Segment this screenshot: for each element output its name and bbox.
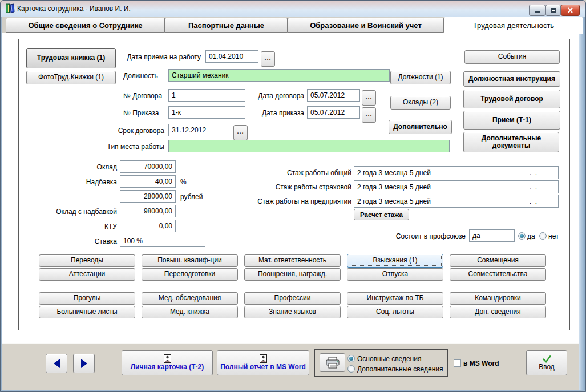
allowance-percent-input[interactable] xyxy=(120,175,176,188)
action-button-absences[interactable]: Прогулы xyxy=(39,292,135,305)
salary-input[interactable] xyxy=(120,160,176,173)
hiring-t1-button[interactable]: Прием (Т-1) xyxy=(463,111,560,130)
group-connector-line xyxy=(447,363,454,363)
photo-work-book-button[interactable]: ФотоТруд.Книжки (1) xyxy=(26,71,116,84)
experience-company-input[interactable] xyxy=(354,195,508,208)
experience-insurance-date-input[interactable] xyxy=(508,180,559,193)
action-button-business-trips[interactable]: Командировки xyxy=(450,292,546,305)
union-input[interactable] xyxy=(469,229,515,242)
contract-no-input[interactable] xyxy=(168,89,245,102)
window-title: Карточка сотрудника - Иванов И. И. xyxy=(17,5,131,13)
full-report-word-label: Полный отчет в MS Word xyxy=(220,363,306,371)
next-record-button[interactable] xyxy=(73,354,95,373)
action-button-sick-leaves[interactable]: Больничные листы xyxy=(39,306,135,318)
union-yes-radio[interactable] xyxy=(518,232,526,240)
salaries-list-button[interactable]: Оклады (2) xyxy=(390,96,451,110)
window-frame-bottom xyxy=(0,390,586,392)
contract-term-label: Срок договора xyxy=(103,127,164,135)
print-additional-radio[interactable] xyxy=(347,365,355,373)
experience-total-label: Стаж работы общий xyxy=(245,169,351,177)
allowance-rub-input[interactable] xyxy=(120,190,176,203)
order-no-label: № Приказа xyxy=(123,109,159,117)
action-button-transfers[interactable]: Переводы xyxy=(39,254,135,267)
union-yes-label: да xyxy=(527,232,535,240)
union-label: Состоит в профсоюзе xyxy=(371,232,466,240)
position-input[interactable] xyxy=(168,69,390,82)
experience-total-date-input[interactable] xyxy=(508,166,559,179)
additional-documents-button[interactable]: Дополнительные документы xyxy=(463,132,559,152)
personal-card-t2-button[interactable]: Личная карточка (Т-2) xyxy=(122,350,213,375)
allowance-rub-unit: рублей xyxy=(180,193,203,201)
workplace-type-input[interactable] xyxy=(168,140,450,152)
order-no-input[interactable] xyxy=(168,106,245,119)
action-button-rewards[interactable]: Поощрения, награжд. xyxy=(244,268,341,281)
minimize-icon xyxy=(535,11,540,13)
union-no-radio[interactable] xyxy=(539,232,547,240)
print-main-radio[interactable] xyxy=(347,355,355,362)
salary-with-allowance-label: Оклад с надбавкой xyxy=(34,208,117,216)
checkmark-icon xyxy=(542,355,552,363)
experience-insurance-label: Стаж работы страховой xyxy=(245,183,351,191)
action-button-moonlighting[interactable]: Совместительства xyxy=(450,268,546,281)
order-date-label: Дата приказа xyxy=(251,109,304,117)
action-button-combinations[interactable]: Совмещения xyxy=(450,254,546,267)
prev-record-button[interactable] xyxy=(46,354,67,373)
enter-button[interactable]: Ввод xyxy=(526,350,567,375)
printer-icon xyxy=(325,357,340,369)
hire-date-input[interactable] xyxy=(205,50,258,63)
action-button-safety-training[interactable]: Инструктаж по ТБ xyxy=(347,292,443,305)
maximize-button[interactable] xyxy=(545,5,561,16)
action-button-penalties[interactable]: Взыскания (1) xyxy=(347,254,443,268)
salary-with-allowance-input[interactable] xyxy=(120,205,176,217)
print-main-label: Основные сведения xyxy=(357,355,421,363)
salary-label: Оклад xyxy=(34,163,117,171)
events-button[interactable]: События xyxy=(464,50,560,64)
contract-date-input[interactable] xyxy=(307,89,360,102)
tab-passport-data[interactable]: Паспортные данные xyxy=(165,18,288,33)
positions-list-button[interactable]: Должности (1) xyxy=(390,71,451,84)
tab-work-activity[interactable]: Трудовая деятельность xyxy=(444,17,583,34)
close-icon xyxy=(567,7,573,13)
experience-total-input[interactable] xyxy=(354,166,508,179)
experience-insurance-input[interactable] xyxy=(354,180,508,193)
contract-no-label: № Договора xyxy=(123,92,162,100)
action-button-professions[interactable]: Профессии xyxy=(244,292,341,305)
action-button-qualification[interactable]: Повыш. квалиф-ции xyxy=(142,254,238,267)
maximize-icon xyxy=(551,8,556,13)
action-button-retraining[interactable]: Переподготовки xyxy=(142,268,238,281)
job-description-button[interactable]: Должностная инструкция xyxy=(463,71,560,87)
hire-date-picker-button[interactable]: ... xyxy=(261,51,275,67)
contract-term-input[interactable] xyxy=(168,124,231,136)
tab-education-military[interactable]: Образование и Воинский учет xyxy=(288,18,444,33)
tab-general-info[interactable]: Общие сведения о Сотруднике xyxy=(6,18,165,33)
rate-input[interactable] xyxy=(120,235,205,247)
contract-date-label: Дата договора xyxy=(251,92,304,100)
action-button-med-book[interactable]: Мед. книжка xyxy=(142,306,238,318)
allowance-percent-unit: % xyxy=(180,178,187,186)
action-button-attestations[interactable]: Аттестации xyxy=(39,268,135,281)
action-button-vacations[interactable]: Отпуска xyxy=(347,268,443,281)
action-button-social-benefits[interactable]: Соц. льготы xyxy=(347,306,443,318)
action-button-languages[interactable]: Знание языков xyxy=(244,306,341,318)
full-report-word-button[interactable]: Полный отчет в MS Word xyxy=(217,350,309,375)
order-date-picker-button[interactable]: ... xyxy=(362,107,376,123)
word-checkbox[interactable] xyxy=(454,359,461,367)
ktu-input[interactable] xyxy=(120,220,176,232)
action-button-med-exams[interactable]: Мед. обследования xyxy=(142,292,238,305)
word-checkbox-label: в MS Word xyxy=(463,359,499,367)
allowance-label: Надбавка xyxy=(34,178,117,186)
contract-term-picker-button[interactable]: ... xyxy=(233,125,248,140)
experience-company-date-input[interactable] xyxy=(508,195,559,208)
minimize-button[interactable] xyxy=(529,5,545,16)
calc-experience-button[interactable]: Расчет стажа xyxy=(354,209,409,220)
action-button-add-info[interactable]: Доп. сведения xyxy=(450,306,546,318)
union-no-label: нет xyxy=(548,232,559,240)
order-date-input[interactable] xyxy=(307,106,360,119)
action-button-mat-responsibility[interactable]: Мат. ответственность xyxy=(244,254,341,267)
labor-contract-button[interactable]: Трудовой договор xyxy=(463,90,560,108)
print-button[interactable] xyxy=(320,353,345,372)
additional-button[interactable]: Дополнительно xyxy=(389,120,452,134)
arrow-left-icon xyxy=(54,359,60,368)
close-button[interactable] xyxy=(561,5,580,16)
contract-date-picker-button[interactable]: ... xyxy=(362,90,376,106)
